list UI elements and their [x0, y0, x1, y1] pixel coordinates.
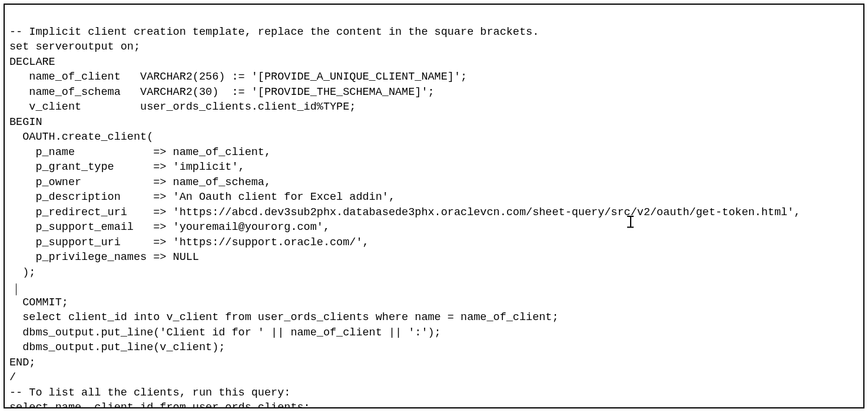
code-line: p_owner => name_of_schema,: [9, 176, 271, 189]
code-line: dbms_output.put_line(v_client);: [9, 341, 225, 354]
code-line: END;: [9, 357, 35, 369]
code-line: select name, client_id from user_ords_cl…: [9, 401, 310, 408]
code-line: -- Implicit client creation template, re…: [9, 26, 539, 38]
code-line: p_support_email => 'youremail@yourorg.co…: [9, 221, 330, 233]
code-line: v_client user_ords_clients.client_id%TYP…: [9, 101, 356, 113]
code-block[interactable]: -- Implicit client creation template, re…: [9, 9, 856, 408]
code-line: );: [9, 266, 35, 279]
code-line: p_support_uri => 'https://support.oracle…: [9, 236, 369, 249]
code-container: -- Implicit client creation template, re…: [4, 4, 864, 408]
code-line: [9, 281, 16, 294]
code-line: p_privilege_names => NULL: [9, 251, 199, 263]
code-line: dbms_output.put_line('Client id for ' ||…: [9, 327, 441, 339]
code-line: select client_id into v_client from user…: [9, 311, 559, 324]
code-line: p_redirect_uri => 'https://abcd.dev3sub2…: [9, 206, 800, 219]
code-line: p_name => name_of_client,: [9, 146, 271, 159]
code-line: p_grant_type => 'implicit',: [9, 161, 245, 173]
text-caret: [16, 284, 16, 295]
code-line: p_description => 'An Oauth client for Ex…: [9, 191, 395, 203]
code-line: name_of_client VARCHAR2(256) := '[PROVID…: [9, 71, 467, 83]
code-line: BEGIN: [9, 116, 42, 128]
code-line: COMMIT;: [9, 296, 68, 309]
code-line: /: [9, 371, 16, 384]
code-line: name_of_schema VARCHAR2(30) := '[PROVIDE…: [9, 86, 435, 98]
code-line: -- To list all the clients, run this que…: [9, 387, 290, 399]
code-line: set serveroutput on;: [9, 41, 140, 53]
code-line: OAUTH.create_client(: [9, 131, 153, 143]
code-line: DECLARE: [9, 56, 55, 68]
